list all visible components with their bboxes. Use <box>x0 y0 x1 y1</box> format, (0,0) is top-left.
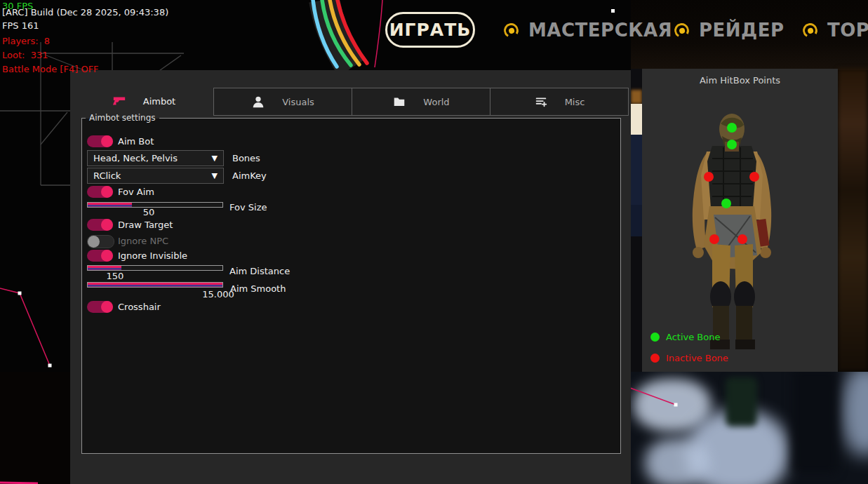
fov-aim-label: Fov Aim <box>118 186 154 198</box>
background-scene <box>631 90 642 104</box>
aim-distance-slider[interactable] <box>87 265 223 271</box>
bones-dropdown-value: Head, Neck, Pelvis <box>93 153 178 163</box>
aimkey-dropdown[interactable]: RClick ▼ <box>87 168 224 184</box>
crosshair-label: Crosshair <box>118 301 161 313</box>
cheat-menu-panel: Aimbot Visuals World <box>70 70 631 484</box>
ignore-invisible-label: Ignore Invisible <box>118 250 187 262</box>
legend-label: Active Bone <box>666 332 720 342</box>
fov-size-label: Fov Size <box>229 201 267 213</box>
aim-distance-value: 150 <box>94 271 136 281</box>
nav-item-workshop[interactable]: МАСТЕРСКАЯ <box>504 20 672 41</box>
right-thigh-hitbox-dot[interactable] <box>737 234 747 244</box>
fov-aim-toggle[interactable] <box>87 186 113 198</box>
neck-hitbox-dot[interactable] <box>727 140 737 149</box>
pistol-icon <box>112 94 126 108</box>
nav-item-trader[interactable]: ТОРГО <box>803 20 868 41</box>
right-shoulder-hitbox-dot[interactable] <box>749 172 759 182</box>
aim-distance-label: Aim Distance <box>229 265 290 277</box>
legend-inactive-bone: Inactive Bone <box>650 353 728 363</box>
nav-item-label: ТОРГО <box>827 20 868 41</box>
battle-mode-status: Battle Mode [F4] OFF <box>2 65 99 74</box>
aimkey-dropdown-value: RClick <box>93 170 121 181</box>
tab-visuals[interactable]: Visuals <box>213 88 352 116</box>
aim-smooth-value: 15.000 <box>190 289 246 300</box>
loot-count: Loot: 331 <box>2 51 48 60</box>
tab-label: World <box>423 97 449 107</box>
background-scene <box>631 372 868 484</box>
tab-label: Visuals <box>282 97 314 107</box>
head-hitbox-dot[interactable] <box>727 123 737 133</box>
bones-label: Bones <box>232 152 260 164</box>
screen: 30 FPS [ARC] Build (Dec 28 2025, 09:43:3… <box>0 0 868 484</box>
tab-aimbot[interactable]: Aimbot <box>75 88 213 114</box>
background-scene <box>838 69 868 372</box>
ignore-invisible-toggle[interactable] <box>87 250 113 262</box>
draw-target-toggle[interactable] <box>87 219 113 231</box>
chevron-down-icon: ▼ <box>212 154 218 163</box>
aim-smooth-slider[interactable] <box>87 282 223 288</box>
ignore-npc-label: Ignore NPC <box>118 235 168 247</box>
background-scene <box>631 104 642 135</box>
tab-label: Aimbot <box>143 96 175 107</box>
pelvis-hitbox-dot[interactable] <box>721 199 731 208</box>
tab-world[interactable]: World <box>352 88 490 116</box>
background-scene <box>631 135 642 205</box>
folder-icon <box>392 95 406 109</box>
person-icon <box>251 95 265 109</box>
build-info: [ARC] Build (Dec 28 2025, 09:43:38) <box>2 8 168 18</box>
coin-icon <box>502 21 521 39</box>
aim-bot-label: Aim Bot <box>118 135 154 147</box>
bones-dropdown[interactable]: Head, Neck, Pelvis ▼ <box>87 150 224 166</box>
hitbox-points-layer <box>642 69 838 372</box>
legend-active-bone: Active Bone <box>650 332 720 342</box>
aim-bot-toggle[interactable] <box>87 135 113 147</box>
tab-misc[interactable]: Misc <box>490 88 629 116</box>
coin-icon <box>673 21 691 39</box>
fps-info: FPS 161 <box>2 21 39 31</box>
chevron-down-icon: ▼ <box>212 171 218 180</box>
aim-hitbox-panel: Aim HitBox Points <box>642 69 838 372</box>
group-title: Aimbot settings <box>86 113 159 123</box>
ignore-npc-toggle[interactable] <box>87 235 114 248</box>
tab-label: Misc <box>565 97 585 107</box>
coin-icon <box>801 21 820 39</box>
aimkey-label: AimKey <box>232 170 267 182</box>
play-button[interactable]: ИГРАТЬ <box>385 12 475 48</box>
left-thigh-hitbox-dot[interactable] <box>709 234 719 244</box>
active-bone-dot-icon <box>650 332 660 342</box>
draw-target-label: Draw Target <box>118 219 173 231</box>
players-count: Players: 8 <box>2 36 50 46</box>
nav-item-raider[interactable]: РЕЙДЕР <box>674 20 784 41</box>
background-scene <box>0 372 70 484</box>
fov-size-value: 50 <box>135 207 163 217</box>
nav-item-label: МАСТЕРСКАЯ <box>528 20 672 41</box>
inactive-bone-dot-icon <box>650 354 660 363</box>
left-shoulder-hitbox-dot[interactable] <box>704 172 714 182</box>
crosshair-toggle[interactable] <box>87 301 113 313</box>
sliders-icon <box>534 95 548 109</box>
legend-label: Inactive Bone <box>666 353 728 363</box>
nav-item-label: РЕЙДЕР <box>699 20 784 41</box>
background-scene <box>631 205 642 236</box>
